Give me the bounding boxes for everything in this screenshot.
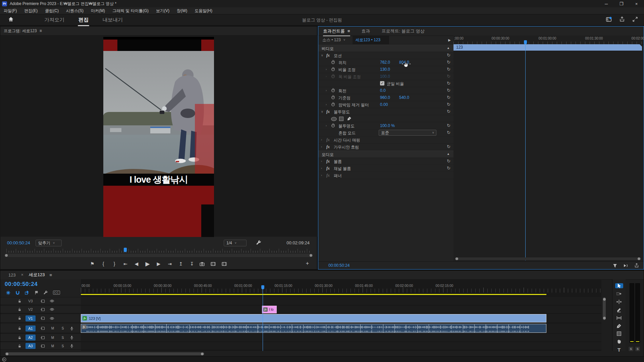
comparison-view-button[interactable] xyxy=(211,262,217,266)
effect-timeline-scrollbar[interactable] xyxy=(455,257,641,260)
razor-tool[interactable] xyxy=(615,307,623,312)
track-lock-icon[interactable] xyxy=(18,344,21,348)
slip-tool[interactable] xyxy=(615,315,623,320)
param-value[interactable]: 0.0 xyxy=(380,88,386,93)
source-clip-label[interactable]: 소스 • 123 xyxy=(318,37,341,43)
reset-parameter-icon[interactable]: ↺ xyxy=(447,123,450,128)
program-scrub-ruler[interactable] xyxy=(6,248,311,253)
reset-parameter-icon[interactable]: ↺ xyxy=(447,166,450,171)
video-preview[interactable]: I love 생활낚시 xyxy=(103,37,214,237)
minimize-button[interactable]: ─ xyxy=(599,0,614,7)
linked-selection-icon[interactable] xyxy=(25,290,30,295)
button-editor-add-icon[interactable]: + xyxy=(306,260,309,266)
track-target-badge[interactable]: A2 xyxy=(25,335,36,341)
timeline-ruler[interactable]: 00:0000:00:15:0000:00:30:0000:00:45:0000… xyxy=(81,284,601,295)
track-head-V1[interactable]: V1 xyxy=(0,314,81,323)
add-marker-icon[interactable] xyxy=(35,291,39,295)
menu-보기[interactable]: 보기(V) xyxy=(152,8,173,14)
effect-timeline-ruler[interactable]: ;00:0000:00:30:0000:01:00:0000:01:30:000… xyxy=(453,36,644,45)
toggle-track-output-eye-icon[interactable] xyxy=(50,299,54,303)
reset-parameter-icon[interactable]: ↺ xyxy=(447,130,450,135)
selection-tool[interactable] xyxy=(615,283,623,288)
menu-편집[interactable]: 편집(E) xyxy=(20,8,41,14)
track-target-badge[interactable]: V2 xyxy=(25,306,36,312)
workspace-icon[interactable] xyxy=(606,16,612,22)
expand-chevron-icon[interactable]: › xyxy=(326,103,327,106)
menu-도움말[interactable]: 도움말(H) xyxy=(191,8,216,14)
stopwatch-keyframe-icon[interactable] xyxy=(331,123,335,128)
reset-parameter-icon[interactable]: ↺ xyxy=(447,53,450,58)
play-audio-loop-icon[interactable] xyxy=(623,263,628,268)
voiceover-mic-icon[interactable] xyxy=(70,326,74,330)
track-lane-V3[interactable] xyxy=(81,297,601,305)
track-select-forward-tool[interactable] xyxy=(615,291,623,296)
mask-pen-icon[interactable] xyxy=(347,116,352,121)
track-lane-V2[interactable] xyxy=(81,305,601,314)
hand-tool[interactable] xyxy=(615,339,623,344)
voiceover-mic-icon[interactable] xyxy=(70,344,74,348)
quick-export-icon[interactable] xyxy=(619,16,625,22)
go-to-in-button[interactable]: ⇤ xyxy=(122,261,129,266)
panel-tab-효과[interactable]: 효과 xyxy=(362,28,370,34)
stopwatch-keyframe-icon[interactable] xyxy=(331,88,335,93)
collapse-icon[interactable]: ▲ xyxy=(447,152,450,156)
reset-parameter-icon[interactable]: ↺ xyxy=(447,81,450,86)
reset-parameter-icon[interactable]: ↺ xyxy=(447,109,450,114)
track-lock-icon[interactable] xyxy=(18,299,21,303)
play-button[interactable]: ▶ xyxy=(144,260,151,267)
audio-clip-a1[interactable]: fx xyxy=(81,324,546,333)
menu-그래픽 및 타이틀[interactable]: 그래픽 및 타이틀(G) xyxy=(109,8,152,14)
track-lock-icon[interactable] xyxy=(18,316,21,320)
effect-timeline-clip[interactable]: 123 xyxy=(453,44,642,51)
track-head-V3[interactable]: V3 xyxy=(0,297,81,305)
expand-chevron-icon[interactable]: › xyxy=(326,75,327,78)
timeline-view-toggle-icon[interactable]: ▶ xyxy=(448,38,451,42)
sequence-clip-label[interactable]: 세로123 • 123 xyxy=(353,36,389,44)
reset-parameter-icon[interactable]: ↺ xyxy=(447,144,450,149)
reset-parameter-icon[interactable]: ↺ xyxy=(447,159,450,164)
video-clip-v1[interactable]: fx 123 [V] xyxy=(81,314,546,322)
collapse-icon[interactable]: ▲ xyxy=(447,46,450,50)
track-target-badge[interactable]: A3 xyxy=(25,343,36,349)
panel-menu-icon[interactable]: ≡ xyxy=(40,28,42,33)
reset-parameter-icon[interactable]: ↺ xyxy=(447,74,450,79)
close-button[interactable]: × xyxy=(629,0,644,7)
uniform-scale-checkbox[interactable]: ✓ xyxy=(380,81,384,85)
go-to-out-button[interactable]: ⇥ xyxy=(166,261,173,266)
param-value[interactable]: 100.0 xyxy=(380,74,390,79)
meter-solo-button-1[interactable]: S xyxy=(628,346,634,352)
track-head-V2[interactable]: V2 xyxy=(0,305,81,313)
filter-properties-icon[interactable] xyxy=(613,263,617,268)
menu-창[interactable]: 창(W) xyxy=(173,8,191,14)
reset-parameter-icon[interactable]: ↺ xyxy=(447,67,450,72)
stopwatch-keyframe-icon[interactable] xyxy=(331,60,335,64)
settings-wrench-icon[interactable] xyxy=(256,240,261,245)
track-target-badge[interactable]: A1 xyxy=(25,325,36,331)
extract-button[interactable]: ↧ xyxy=(189,261,195,266)
track-lock-icon[interactable] xyxy=(18,308,21,311)
stopwatch-keyframe-icon[interactable] xyxy=(331,67,335,71)
step-forward-button[interactable]: ▶ xyxy=(155,261,162,266)
export-icon[interactable] xyxy=(634,263,639,268)
solo-track-button[interactable]: S xyxy=(60,344,65,348)
creative-cloud-icon[interactable] xyxy=(2,357,6,362)
maximize-button[interactable]: ❐ xyxy=(614,0,629,7)
pen-tool[interactable] xyxy=(615,323,623,328)
lift-button[interactable]: ↥ xyxy=(177,261,184,266)
source-patch-icon[interactable] xyxy=(40,336,45,340)
stopwatch-keyframe-icon[interactable] xyxy=(331,102,335,107)
snap-magnet-icon[interactable] xyxy=(15,291,20,295)
track-head-A3[interactable]: A3MS xyxy=(0,342,81,350)
expand-chevron-icon[interactable]: › xyxy=(321,145,322,148)
mark-in-button[interactable]: { xyxy=(100,261,107,266)
source-patch-icon[interactable] xyxy=(40,326,45,330)
voiceover-mic-icon[interactable] xyxy=(70,336,74,340)
expand-chevron-icon[interactable]: ∨ xyxy=(321,54,323,57)
meter-solo-button-2[interactable]: S xyxy=(635,346,640,352)
expand-chevron-icon[interactable]: › xyxy=(321,138,322,141)
fit-dropdown[interactable]: 맞추기˅ xyxy=(36,240,62,246)
track-lock-icon[interactable] xyxy=(18,336,21,340)
param-value[interactable]: 540.0 xyxy=(399,95,409,100)
program-playhead[interactable] xyxy=(124,248,127,252)
graphic-clip-v2[interactable]: fx I lo xyxy=(262,306,277,313)
